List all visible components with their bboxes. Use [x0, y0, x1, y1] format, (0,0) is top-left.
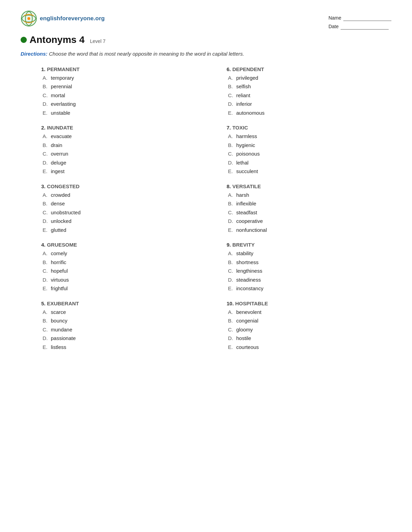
answer-letter: A.: [228, 73, 234, 82]
list-item: B.perennial: [43, 82, 206, 91]
answer-text: courteous: [236, 343, 259, 352]
question-num-label: 5.: [41, 301, 47, 306]
question-block: 8. VERSATILEA.harshB.inflexibleC.steadfa…: [227, 183, 391, 235]
question-word: CONGESTED: [47, 183, 80, 189]
answer-text: dense: [51, 199, 65, 208]
question-number: 4. GRUESOME: [41, 242, 206, 248]
answer-text: hostile: [236, 334, 251, 343]
answer-list: A.harshB.inflexibleC.steadfastD.cooperat…: [227, 191, 391, 235]
question-number: 10. HOSPITABLE: [227, 301, 391, 306]
answer-text: listless: [51, 343, 66, 352]
answer-letter: D.: [228, 100, 234, 109]
question-word: TOXIC: [232, 125, 248, 131]
right-column: 6. DEPENDENTA.privilegedB.selfishC.relia…: [227, 66, 391, 359]
answer-letter: B.: [43, 141, 49, 150]
question-word: VERSATILE: [232, 183, 261, 189]
list-item: D.everlasting: [43, 100, 206, 109]
list-item: A.evacuate: [43, 132, 206, 141]
list-item: C.poisonous: [228, 149, 391, 158]
answer-letter: A.: [43, 249, 49, 258]
list-item: E.unstable: [43, 109, 206, 117]
answer-letter: A.: [43, 191, 49, 200]
answer-letter: B.: [43, 82, 49, 91]
page-title: Antonyms 4 Level 7: [30, 34, 105, 45]
list-item: B.bouncy: [43, 316, 206, 325]
question-num-label: 7.: [227, 125, 232, 131]
answer-letter: E.: [228, 109, 234, 117]
answer-text: unobstructed: [51, 208, 81, 217]
question-number: 6. DEPENDENT: [227, 66, 391, 72]
answer-text: harsh: [236, 191, 249, 200]
answer-text: hopeful: [51, 267, 68, 275]
answer-letter: E.: [43, 284, 49, 293]
answer-text: bouncy: [51, 316, 67, 325]
answer-letter: C.: [228, 208, 234, 217]
answer-letter: A.: [43, 73, 49, 82]
title-number: 4: [79, 34, 85, 45]
answer-text: succulent: [236, 167, 258, 176]
answer-text: virtuous: [51, 275, 69, 284]
list-item: E.glutted: [43, 226, 206, 235]
answer-text: temporary: [51, 73, 74, 82]
answer-letter: A.: [43, 308, 49, 317]
question-block: 10. HOSPITABLEA.benevolentB.congenialC.g…: [227, 301, 391, 352]
question-number: 8. VERSATILE: [227, 183, 391, 189]
list-item: D.deluge: [43, 158, 206, 167]
list-item: E.courteous: [228, 343, 391, 352]
answer-letter: D.: [43, 217, 49, 226]
answer-text: overrun: [51, 149, 68, 158]
answer-text: unstable: [51, 109, 70, 117]
list-item: A.comely: [43, 249, 206, 258]
answer-text: ingest: [51, 167, 65, 176]
answer-text: evacuate: [51, 132, 72, 141]
list-item: C.lengthiness: [228, 267, 391, 275]
answer-letter: C.: [43, 149, 49, 158]
answer-text: autonomous: [236, 109, 265, 117]
answer-text: benevolent: [236, 308, 261, 317]
question-word: PERMANENT: [47, 66, 80, 72]
answer-list: A.comelyB.horrificC.hopefulD.virtuousE.f…: [41, 249, 206, 293]
question-block: 2. INUNDATEA.evacuateB.drainC.overrunD.d…: [41, 125, 206, 176]
list-item: A.benevolent: [228, 308, 391, 317]
question-number: 3. CONGESTED: [41, 183, 206, 189]
list-item: B.inflexible: [228, 199, 391, 208]
answer-letter: E.: [228, 167, 234, 176]
answer-list: A.privilegedB.selfishC.reliantD.inferior…: [227, 73, 391, 117]
date-label: Date: [329, 22, 339, 31]
list-item: D.passionate: [43, 334, 206, 343]
answer-letter: A.: [43, 132, 49, 141]
question-number: 5. EXUBERANT: [41, 301, 206, 306]
answer-letter: B.: [228, 316, 234, 325]
list-item: B.drain: [43, 141, 206, 150]
answer-letter: D.: [43, 334, 49, 343]
directions: Directions: Choose the word that is most…: [21, 50, 391, 58]
list-item: E.inconstancy: [228, 284, 391, 293]
answer-text: inferior: [236, 100, 252, 109]
question-block: 6. DEPENDENTA.privilegedB.selfishC.relia…: [227, 66, 391, 117]
directions-bold: Directions:: [21, 51, 47, 57]
answer-text: lengthiness: [236, 267, 262, 275]
question-num-label: 2.: [41, 125, 47, 131]
title-prefix: Antonyms: [30, 34, 77, 45]
answer-list: A.benevolentB.congenialC.gloomyD.hostile…: [227, 308, 391, 352]
answer-text: drain: [51, 141, 62, 150]
answer-letter: C.: [228, 149, 234, 158]
answer-letter: B.: [228, 258, 234, 267]
date-field[interactable]: [341, 24, 389, 30]
list-item: C.hopeful: [43, 267, 206, 275]
list-item: B.horrific: [43, 258, 206, 267]
question-num-label: 6.: [227, 66, 232, 72]
answer-letter: D.: [43, 275, 49, 284]
answer-list: A.evacuateB.drainC.overrunD.delugeE.inge…: [41, 132, 206, 176]
name-field[interactable]: [343, 15, 391, 21]
question-block: 5. EXUBERANTA.scarceB.bouncyC.mundaneD.p…: [41, 301, 206, 352]
answer-letter: D.: [43, 158, 49, 167]
answer-letter: B.: [228, 199, 234, 208]
answer-text: poisonous: [236, 149, 260, 158]
list-item: E.nonfunctional: [228, 226, 391, 235]
answer-text: stability: [236, 249, 253, 258]
list-item: E.frightful: [43, 284, 206, 293]
answer-text: deluge: [51, 158, 66, 167]
answer-letter: B.: [43, 258, 49, 267]
list-item: A.temporary: [43, 73, 206, 82]
